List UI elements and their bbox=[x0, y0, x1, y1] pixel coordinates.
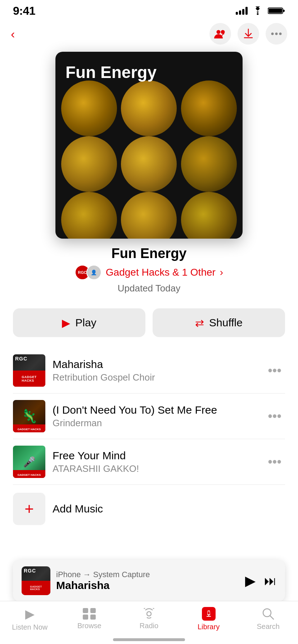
playlist-authors[interactable]: RGC 👤 Gadget Hacks & 1 Other › bbox=[14, 265, 284, 280]
back-button[interactable]: ‹ bbox=[11, 28, 15, 40]
np-artwork: RGC GADGETHACKS bbox=[22, 566, 50, 595]
song-artwork-2: 🦎 GADGET HACKS bbox=[13, 400, 45, 432]
nav-bar: ‹ bbox=[0, 19, 298, 48]
album-art: Fun Energy bbox=[55, 52, 243, 239]
table-row[interactable]: 🦎 GADGET HACKS (I Don't Need You To) Set… bbox=[13, 394, 285, 439]
svg-rect-3 bbox=[268, 9, 282, 13]
library-icon bbox=[202, 607, 216, 621]
status-bar: 9:41 bbox=[0, 0, 298, 19]
svg-point-5 bbox=[221, 30, 225, 34]
tab-bar: ▶ Listen Now Browse Radio Library bbox=[0, 601, 298, 644]
status-icons bbox=[236, 6, 285, 15]
svg-rect-12 bbox=[90, 615, 96, 620]
song-more-button-1[interactable]: ••• bbox=[264, 363, 285, 378]
tab-radio-label: Radio bbox=[140, 622, 158, 630]
nav-actions bbox=[209, 23, 287, 45]
svg-rect-10 bbox=[90, 608, 96, 613]
playlist-title: Fun Energy bbox=[14, 246, 284, 261]
svg-rect-9 bbox=[83, 608, 88, 613]
svg-point-8 bbox=[279, 33, 282, 35]
now-playing-bar[interactable]: RGC GADGETHACKS iPhone → System Capture … bbox=[13, 560, 285, 602]
wifi-icon bbox=[252, 6, 263, 15]
svg-point-13 bbox=[147, 612, 151, 616]
tab-radio[interactable]: Radio bbox=[119, 601, 179, 637]
battery-icon bbox=[268, 6, 285, 15]
song-title-3: Free Your Mind bbox=[53, 450, 257, 462]
playlist-info: Fun Energy RGC 👤 Gadget Hacks & 1 Other … bbox=[0, 246, 298, 301]
song-more-button-3[interactable]: ••• bbox=[264, 454, 285, 469]
svg-point-14 bbox=[208, 615, 209, 616]
tab-browse[interactable]: Browse bbox=[60, 601, 119, 637]
album-art-title: Fun Energy bbox=[66, 63, 157, 82]
np-subtitle: iPhone → System Capture bbox=[56, 570, 239, 579]
svg-point-4 bbox=[217, 30, 221, 34]
add-music-item[interactable]: + Add Music bbox=[13, 485, 285, 533]
author-avatars: RGC 👤 bbox=[75, 265, 101, 280]
author-name: Gadget Hacks & 1 Other bbox=[106, 267, 216, 278]
play-button[interactable]: ▶ Play bbox=[13, 308, 145, 337]
shuffle-label: Shuffle bbox=[209, 317, 243, 329]
np-info: iPhone → System Capture Maharisha bbox=[56, 570, 239, 592]
song-artist-1: Retribution Gospel Choir bbox=[53, 372, 257, 383]
add-music-plus-icon: + bbox=[24, 500, 34, 518]
song-info-2: (I Don't Need You To) Set Me Free Grinde… bbox=[53, 404, 257, 429]
song-artist-3: ATARASHII GAKKO! bbox=[53, 463, 257, 474]
signal-icon bbox=[236, 7, 248, 15]
np-play-button[interactable]: ▶ bbox=[245, 573, 256, 589]
updated-text: Updated Today bbox=[14, 283, 284, 294]
np-title: Maharisha bbox=[56, 579, 239, 592]
shuffle-button[interactable]: ⇄ Shuffle bbox=[153, 308, 285, 337]
tab-browse-label: Browse bbox=[77, 622, 101, 630]
table-row[interactable]: 🎤 GADGET HACKS Free Your Mind ATARASHII … bbox=[13, 439, 285, 485]
tab-search[interactable]: Search bbox=[238, 601, 298, 637]
add-music-icon-box: + bbox=[13, 493, 45, 525]
shuffle-icon: ⇄ bbox=[195, 317, 204, 329]
svg-line-16 bbox=[270, 616, 274, 619]
status-time: 9:41 bbox=[13, 4, 35, 18]
svg-point-6 bbox=[271, 33, 274, 35]
np-controls: ▶ ⏭ bbox=[245, 573, 276, 589]
more-icon bbox=[271, 32, 282, 35]
song-title-1: Maharisha bbox=[53, 358, 257, 371]
avatar-other-user: 👤 bbox=[86, 265, 101, 280]
song-more-button-2[interactable]: ••• bbox=[264, 409, 285, 424]
people-icon bbox=[214, 29, 226, 39]
song-artist-2: Grinderman bbox=[53, 418, 257, 429]
song-artwork-3: 🎤 GADGET HACKS bbox=[13, 446, 45, 478]
download-button[interactable] bbox=[238, 23, 259, 45]
listen-now-icon: ▶ bbox=[25, 607, 35, 621]
tab-search-label: Search bbox=[257, 622, 279, 631]
home-indicator bbox=[113, 638, 185, 641]
download-icon bbox=[244, 28, 253, 39]
tab-listen-now-label: Listen Now bbox=[12, 623, 48, 631]
svg-point-7 bbox=[275, 33, 278, 35]
add-music-label: Add Music bbox=[53, 503, 103, 515]
chevron-right-icon: › bbox=[220, 267, 223, 278]
song-title-2: (I Don't Need You To) Set Me Free bbox=[53, 404, 257, 416]
browse-icon bbox=[83, 608, 96, 620]
more-button[interactable] bbox=[266, 23, 287, 45]
tab-listen-now[interactable]: ▶ Listen Now bbox=[0, 601, 60, 637]
friends-button[interactable] bbox=[209, 23, 231, 45]
np-forward-button[interactable]: ⏭ bbox=[264, 574, 276, 588]
radio-icon bbox=[143, 608, 155, 620]
tab-library-label: Library bbox=[198, 623, 220, 631]
song-artwork-1: RGC GADGETHACKS bbox=[13, 354, 45, 387]
tab-library[interactable]: Library bbox=[179, 601, 239, 637]
play-icon: ▶ bbox=[62, 317, 70, 329]
song-info-1: Maharisha Retribution Gospel Choir bbox=[53, 358, 257, 383]
table-row[interactable]: RGC GADGETHACKS Maharisha Retribution Go… bbox=[13, 348, 285, 394]
song-list: RGC GADGETHACKS Maharisha Retribution Go… bbox=[0, 348, 298, 533]
search-icon bbox=[262, 607, 275, 620]
album-art-container: Fun Energy bbox=[0, 48, 298, 246]
play-label: Play bbox=[75, 317, 96, 329]
action-buttons: ▶ Play ⇄ Shuffle bbox=[0, 301, 298, 348]
svg-rect-2 bbox=[283, 10, 285, 12]
svg-point-0 bbox=[257, 13, 259, 15]
song-info-3: Free Your Mind ATARASHII GAKKO! bbox=[53, 450, 257, 474]
svg-rect-11 bbox=[83, 615, 88, 620]
